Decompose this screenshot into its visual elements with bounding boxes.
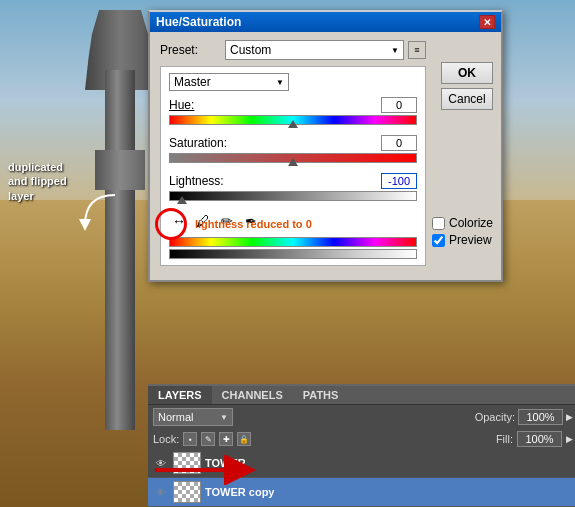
hue-slider-thumb[interactable] <box>288 120 298 128</box>
channel-dropdown[interactable]: Master ▼ <box>169 73 289 91</box>
lock-label: Lock: <box>153 433 179 445</box>
opacity-label: Opacity: <box>475 411 515 423</box>
saturation-label-row: Saturation: 0 <box>169 135 417 151</box>
lightness-slider-track[interactable] <box>169 191 417 201</box>
preview-label: Preview <box>449 233 492 247</box>
annotation-text: duplicated and flipped layer <box>8 160 78 203</box>
saturation-value[interactable]: 0 <box>381 135 417 151</box>
tab-channels[interactable]: CHANNELS <box>212 386 293 404</box>
channel-section: Master ▼ Hue: 0 Saturation: 0 <box>160 66 426 266</box>
colorize-checkbox[interactable] <box>432 217 445 230</box>
lightness-note: lightness reduced to 0 <box>195 218 312 230</box>
hue-value[interactable]: 0 <box>381 97 417 113</box>
color-bar-rainbow <box>169 237 417 247</box>
curve-arrow-icon <box>75 185 125 235</box>
lock-paint-icon[interactable]: ✎ <box>201 432 215 446</box>
lock-all-icon[interactable]: 🔒 <box>237 432 251 446</box>
check-section: Colorize Preview <box>432 216 493 250</box>
cursor-tool-icon[interactable]: ↔ <box>169 211 189 231</box>
dialog-body: OK Cancel Preset: Custom ▼ ≡ Master ▼ <box>150 32 501 280</box>
tower-mid <box>95 150 145 190</box>
opacity-control: Opacity: 100% ▶ <box>475 409 573 425</box>
preset-label: Preset: <box>160 43 225 57</box>
tab-paths[interactable]: PATHS <box>293 386 349 404</box>
hue-label: Hue: <box>169 98 381 112</box>
channel-value: Master <box>174 75 211 89</box>
lock-move-icon[interactable]: ✚ <box>219 432 233 446</box>
preview-checkbox[interactable] <box>432 234 445 247</box>
hue-section: Hue: 0 <box>169 95 417 133</box>
channel-chevron-icon: ▼ <box>276 78 284 87</box>
preview-row: Preview <box>432 233 493 247</box>
hue-label-row: Hue: 0 <box>169 97 417 113</box>
color-bar-bw <box>169 249 417 259</box>
fill-value[interactable]: 100% <box>517 431 562 447</box>
blend-mode-value: Normal <box>158 411 193 423</box>
lightness-slider-thumb[interactable] <box>177 196 187 204</box>
lightness-section: Lightness: -100 <box>169 171 417 207</box>
saturation-label: Saturation: <box>169 136 381 150</box>
colorize-row: Colorize <box>432 216 493 230</box>
saturation-slider-thumb[interactable] <box>288 158 298 166</box>
dialog-titlebar: Hue/Saturation ✕ <box>150 12 501 32</box>
eye-off-icon: 👁 <box>156 487 166 498</box>
blend-mode-chevron-icon: ▼ <box>220 413 228 422</box>
dialog-close-button[interactable]: ✕ <box>479 15 495 29</box>
color-bars <box>169 237 417 259</box>
fill-arrow-icon[interactable]: ▶ <box>566 434 573 444</box>
layers-panel: LAYERS CHANNELS PATHS Normal ▼ Opacity: … <box>148 384 575 507</box>
chevron-down-icon: ▼ <box>391 46 399 55</box>
layers-tabs: LAYERS CHANNELS PATHS <box>148 386 575 405</box>
opacity-arrow-icon[interactable]: ▶ <box>566 412 573 422</box>
ok-button[interactable]: OK <box>441 62 493 84</box>
lock-row: Lock: ▪ ✎ ✚ 🔒 Fill: 100% ▶ <box>148 429 575 449</box>
saturation-section: Saturation: 0 <box>169 133 417 171</box>
preset-options-icon[interactable]: ≡ <box>408 41 426 59</box>
red-arrow-icon <box>150 455 260 485</box>
saturation-slider-track[interactable] <box>169 153 417 163</box>
colorize-label: Colorize <box>449 216 493 230</box>
lock-transparency-icon[interactable]: ▪ <box>183 432 197 446</box>
fill-label: Fill: <box>496 433 513 445</box>
layer-visibility-tower-copy[interactable]: 👁 <box>153 484 169 500</box>
preset-value: Custom <box>230 43 271 57</box>
layers-controls: Normal ▼ Opacity: 100% ▶ <box>148 405 575 429</box>
channel-row: Master ▼ <box>169 73 417 91</box>
cancel-button[interactable]: Cancel <box>441 88 493 110</box>
ok-cancel-column: OK Cancel <box>441 62 493 110</box>
dialog-title: Hue/Saturation <box>156 15 241 29</box>
lightness-label: Lightness: <box>169 174 381 188</box>
blend-mode-dropdown[interactable]: Normal ▼ <box>153 408 233 426</box>
tower-body <box>105 70 135 430</box>
lightness-value[interactable]: -100 <box>381 173 417 189</box>
preset-row: Preset: Custom ▼ ≡ <box>160 40 491 60</box>
hue-slider-track[interactable] <box>169 115 417 125</box>
hue-saturation-dialog: Hue/Saturation ✕ OK Cancel Preset: Custo… <box>148 10 503 282</box>
tab-layers[interactable]: LAYERS <box>148 386 212 404</box>
opacity-value[interactable]: 100% <box>518 409 563 425</box>
preset-dropdown[interactable]: Custom ▼ <box>225 40 404 60</box>
lightness-label-row: Lightness: -100 <box>169 173 417 189</box>
layer-name-tower-copy: TOWER copy <box>205 486 274 498</box>
